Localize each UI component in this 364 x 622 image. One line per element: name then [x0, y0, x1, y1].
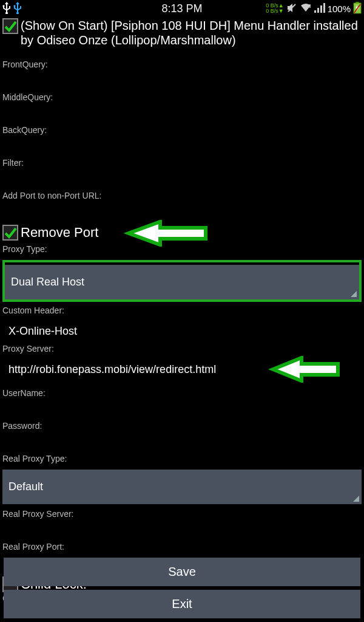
arrow-annotation-1: [124, 220, 209, 247]
middle-query-label: MiddleQuery:: [2, 92, 362, 102]
custom-header-input[interactable]: X-Online-Host: [2, 321, 362, 341]
remove-port-checkbox[interactable]: [2, 225, 18, 241]
signal-icon: [314, 3, 325, 15]
password-input[interactable]: [2, 437, 362, 445]
header-title: (Show On Start) [Psiphon 108 HUI DH] Men…: [21, 18, 362, 47]
svg-rect-4: [323, 3, 325, 13]
real-proxy-server-label: Real Proxy Server:: [2, 509, 362, 519]
battery-percent: 100%: [328, 4, 351, 14]
svg-rect-2: [317, 8, 319, 13]
exit-button[interactable]: Exit: [4, 590, 360, 618]
proxy-server-label: Proxy Server:: [2, 344, 362, 354]
show-on-start-checkbox[interactable]: [2, 18, 18, 34]
net-dn: 0 B/s▼: [266, 9, 283, 14]
add-port-label: Add Port to non-Port URL:: [2, 191, 362, 200]
filter-input[interactable]: [2, 174, 362, 182]
button-bar: Save Exit: [4, 554, 360, 618]
remove-port-label: Remove Port: [21, 225, 98, 241]
real-proxy-type-label: Real Proxy Type:: [2, 454, 362, 463]
real-proxy-type-spinner[interactable]: Default: [2, 470, 362, 504]
username-input[interactable]: [2, 404, 362, 412]
remove-port-row: Remove Port: [2, 225, 362, 241]
svg-rect-3: [320, 5, 322, 13]
arrow-annotation-2: [268, 356, 341, 383]
add-port-input[interactable]: [2, 207, 362, 215]
filter-label: Filter:: [2, 158, 362, 168]
front-query-input[interactable]: [2, 75, 362, 84]
middle-query-input[interactable]: [2, 108, 362, 117]
real-proxy-server-input[interactable]: [2, 525, 362, 533]
username-label: UserName:: [2, 388, 362, 398]
svg-rect-6: [356, 2, 359, 3]
wifi-icon: [300, 3, 312, 15]
front-query-label: FrontQuery:: [2, 60, 362, 69]
status-bar: 8:13 PM 0 B/s▲ 0 B/s▼ 100%: [0, 0, 364, 17]
custom-header-label: Custom Header:: [2, 306, 362, 315]
header-row: (Show On Start) [Psiphon 108 HUI DH] Men…: [0, 17, 364, 51]
proxy-type-highlight: Dual Real Host: [2, 260, 362, 302]
mute-icon: [286, 2, 297, 15]
password-label: Password:: [2, 421, 362, 431]
proxy-type-spinner[interactable]: Dual Real Host: [5, 265, 359, 299]
real-proxy-port-label: Real Proxy Port:: [2, 542, 362, 552]
back-query-input[interactable]: [2, 141, 362, 149]
usb-icon: [2, 2, 11, 16]
save-button[interactable]: Save: [4, 558, 360, 586]
clock: 8:13 PM: [161, 2, 202, 15]
battery-icon: [353, 2, 362, 16]
usb-icon-2: [13, 2, 22, 16]
back-query-label: BackQuery:: [2, 125, 362, 135]
svg-rect-1: [314, 10, 316, 13]
